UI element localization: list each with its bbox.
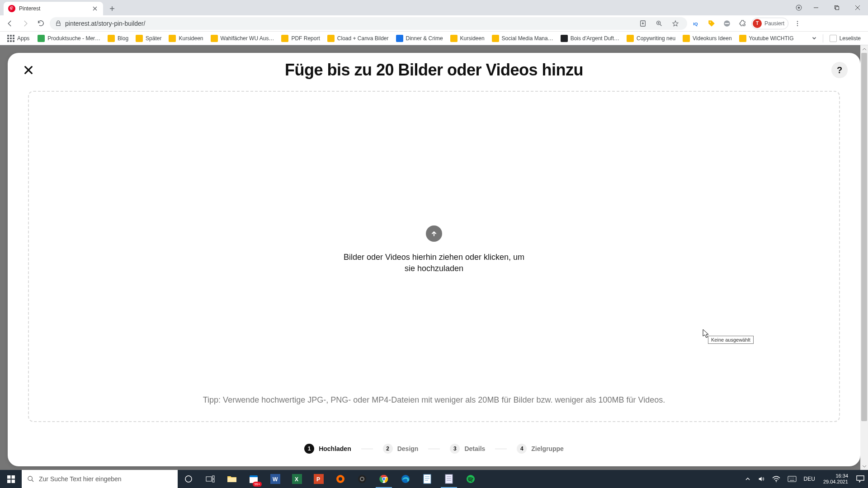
bookmark-folder-icon — [211, 35, 218, 42]
wizard-step-hochladen[interactable]: 1Hochladen — [304, 444, 351, 454]
bookmark-item[interactable]: Cload + Canva Bilder — [324, 33, 392, 44]
upload-arrow-icon — [426, 225, 442, 242]
tab-close-button[interactable] — [91, 5, 99, 12]
taskbar-app-orange[interactable] — [330, 470, 351, 488]
bookmark-item[interactable]: Copywriting neu — [623, 33, 679, 44]
upload-drop-zone[interactable]: Bilder oder Videos hierhin ziehen oder k… — [28, 91, 840, 422]
modal-close-button[interactable] — [20, 62, 37, 78]
bookmark-folder-icon — [327, 35, 335, 42]
taskbar-notepad[interactable] — [416, 470, 438, 488]
account-indicator-icon[interactable] — [792, 0, 806, 15]
svg-text:IQ: IQ — [693, 21, 698, 26]
step-separator — [361, 449, 373, 449]
install-app-icon[interactable] — [637, 17, 649, 30]
modal-help-button[interactable]: ? — [831, 62, 848, 78]
bookmark-folder-icon — [281, 35, 288, 42]
drop-zone-text: Bilder oder Videos hierhin ziehen oder k… — [339, 252, 529, 274]
scroll-down-button[interactable] — [860, 462, 868, 470]
taskbar-word[interactable]: W — [264, 470, 286, 488]
modal-header: Füge bis zu 20 Bilder oder Videos hinzu … — [8, 53, 860, 87]
svg-point-8 — [710, 21, 711, 22]
svg-point-12 — [797, 25, 798, 26]
action-center-button[interactable] — [853, 470, 868, 488]
bookmark-item[interactable]: Wahlfächer WU Aus… — [207, 33, 278, 44]
taskbar-notes[interactable] — [438, 470, 460, 488]
browser-tab[interactable]: Pinterest — [4, 2, 103, 15]
apps-shortcut[interactable]: Apps — [4, 33, 33, 44]
new-tab-button[interactable] — [106, 2, 118, 15]
bookmark-item[interactable]: Dinner & Crime — [392, 33, 447, 44]
svg-point-42 — [776, 481, 777, 482]
story-pin-modal: Füge bis zu 20 Bilder oder Videos hinzu … — [8, 53, 860, 466]
window-minimize-button[interactable] — [806, 0, 826, 15]
bookmark-item[interactable]: PDF Report — [278, 33, 323, 44]
extension-iq-icon[interactable]: IQ — [690, 17, 703, 30]
taskbar-edge[interactable] — [395, 470, 416, 488]
taskbar-calendar[interactable]: 99+ — [243, 470, 264, 488]
extension-tag-icon[interactable] — [705, 17, 718, 30]
bookmark-item[interactable]: Produktsuche - Mer… — [34, 33, 104, 44]
wizard-step-zielgruppe[interactable]: 4Zielgruppe — [517, 444, 564, 454]
bookmark-item[interactable]: Social Media Mana… — [488, 33, 557, 44]
svg-rect-14 — [11, 475, 14, 479]
address-bar[interactable]: pinterest.at/story-pin-builder/ — [50, 17, 687, 30]
bookmark-star-icon[interactable] — [669, 17, 682, 30]
bookmark-item[interactable]: Kursideen — [447, 33, 488, 44]
svg-rect-40 — [445, 474, 453, 483]
taskbar-excel[interactable]: X — [286, 470, 308, 488]
bookmark-item[interactable]: Kursideen — [165, 33, 207, 44]
taskbar-obs[interactable] — [351, 470, 373, 488]
bookmark-item[interactable]: Bois d'Argent Duft… — [557, 33, 623, 44]
chrome-icon — [379, 474, 388, 483]
taskbar-explorer[interactable] — [221, 470, 243, 488]
bookmark-label: Wahlfächer WU Aus… — [221, 35, 274, 42]
bookmark-folder-icon — [627, 35, 634, 42]
search-icon — [27, 475, 34, 483]
nav-forward-button[interactable] — [19, 17, 32, 30]
tray-network-icon[interactable] — [769, 470, 784, 488]
extension-block-icon[interactable] — [721, 17, 733, 30]
extensions-menu-icon[interactable] — [736, 17, 749, 30]
cortana-button[interactable] — [178, 470, 199, 488]
taskbar-spotify[interactable] — [460, 470, 481, 488]
taskbar-powerpoint[interactable]: P — [308, 470, 330, 488]
tray-clock[interactable]: 16:34 29.04.2021 — [819, 473, 853, 485]
pinterest-icon — [8, 5, 15, 12]
start-button[interactable] — [0, 470, 22, 488]
wizard-step-details[interactable]: 3Details — [450, 444, 485, 454]
bookmark-item[interactable]: Youtube WICHTIG — [736, 33, 797, 44]
bookmark-label: Bois d'Argent Duft… — [571, 35, 619, 42]
tray-language[interactable]: DEU — [800, 470, 819, 488]
file-tooltip: Keine ausgewählt — [708, 336, 754, 344]
tray-overflow-button[interactable] — [741, 470, 754, 488]
task-view-button[interactable] — [199, 470, 221, 488]
step-label: Hochladen — [319, 445, 351, 452]
nav-reload-button[interactable] — [34, 17, 47, 30]
wizard-step-design[interactable]: 2Design — [383, 444, 419, 454]
bookmark-item[interactable]: Videokurs Ideen — [679, 33, 736, 44]
tray-time: 16:34 — [835, 473, 848, 479]
zoom-icon[interactable] — [653, 17, 665, 30]
scroll-up-button[interactable] — [860, 45, 868, 53]
scrollbar-thumb[interactable] — [861, 53, 867, 421]
chrome-menu-button[interactable] — [791, 17, 804, 30]
window-maximize-button[interactable] — [826, 0, 847, 15]
bookmark-item[interactable]: Blog — [104, 33, 132, 44]
reading-list-label: Leseliste — [840, 35, 861, 42]
profile-chip[interactable]: T Pausiert — [751, 18, 788, 29]
window-close-button[interactable] — [847, 0, 868, 15]
tray-date: 29.04.2021 — [823, 479, 848, 485]
svg-point-33 — [358, 475, 366, 483]
bookmark-item[interactable]: Später — [132, 33, 165, 44]
nav-back-button[interactable] — [4, 17, 16, 30]
tray-volume-icon[interactable] — [754, 470, 769, 488]
tray-keyboard-icon[interactable] — [784, 470, 800, 488]
reading-list-button[interactable]: Leseliste — [826, 33, 864, 44]
bookmarks-overflow[interactable] — [808, 33, 820, 44]
taskbar-chrome[interactable] — [373, 470, 395, 488]
tab-title: Pinterest — [19, 5, 40, 12]
taskbar-search[interactable]: Zur Suche Text hier eingeben — [22, 470, 178, 488]
browser-toolbar: pinterest.at/story-pin-builder/ IQ T Pau… — [0, 15, 868, 32]
vertical-scrollbar[interactable] — [860, 45, 868, 470]
apps-grid-icon — [7, 35, 14, 42]
